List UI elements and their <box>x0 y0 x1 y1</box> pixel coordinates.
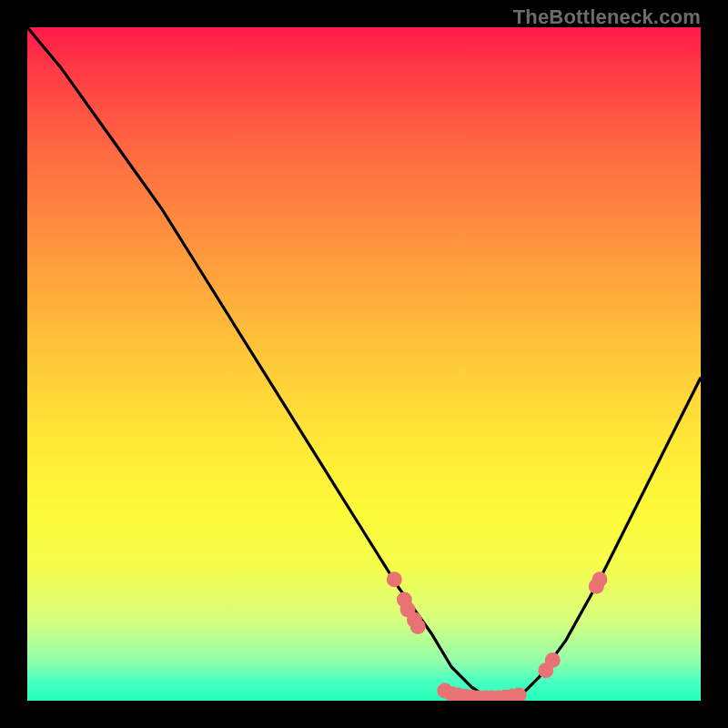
bottleneck-chart-svg <box>27 27 701 701</box>
attribution-text: TheBottleneck.com <box>513 5 701 29</box>
curve-marker <box>545 652 561 668</box>
curve-markers <box>387 571 608 701</box>
curve-marker <box>410 619 426 634</box>
curve-marker <box>387 571 402 587</box>
chart-plot-area <box>27 27 701 701</box>
curve-marker <box>592 571 608 587</box>
bottleneck-curve <box>27 27 701 699</box>
